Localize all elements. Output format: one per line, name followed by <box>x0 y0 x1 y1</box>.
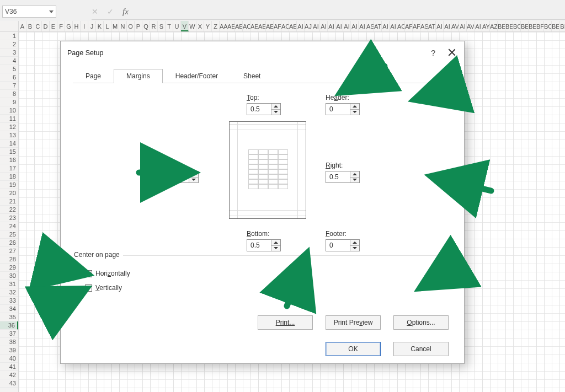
column-header[interactable]: AF <box>405 21 413 31</box>
row-header[interactable]: 3 <box>0 49 18 57</box>
column-header[interactable]: A <box>19 21 26 31</box>
row-header[interactable]: 16 <box>0 156 18 164</box>
row-header[interactable]: 7 <box>0 82 18 90</box>
select-all-corner[interactable] <box>0 21 19 31</box>
help-button[interactable]: ? <box>431 49 435 57</box>
column-header[interactable]: AI <box>436 21 444 31</box>
row-header[interactable]: 1 <box>0 32 18 40</box>
checkbox-icon[interactable] <box>85 270 92 277</box>
column-header[interactable]: G <box>65 21 73 31</box>
right-margin-value[interactable]: 0.5 <box>326 171 350 182</box>
spin-down-icon[interactable] <box>271 110 280 115</box>
row-header[interactable]: 42 <box>0 371 18 379</box>
column-header[interactable]: AI <box>359 21 366 31</box>
tab-headerfooter[interactable]: Header/Footer <box>163 69 231 83</box>
vertically-checkbox[interactable]: Vertically <box>85 284 122 292</box>
column-header[interactable]: P <box>135 21 142 31</box>
column-header[interactable]: K <box>96 21 104 31</box>
column-header[interactable]: AT <box>428 21 436 31</box>
column-header[interactable]: BF <box>536 21 544 31</box>
spin-down-icon[interactable] <box>350 110 359 115</box>
column-header[interactable]: AI <box>475 21 482 31</box>
column-header[interactable]: I <box>81 21 88 31</box>
column-header[interactable]: AC <box>397 21 405 31</box>
column-header[interactable]: F <box>57 21 65 31</box>
left-margin-input[interactable]: 0.5 <box>164 171 199 183</box>
row-header[interactable]: 13 <box>0 131 18 139</box>
cancel-button[interactable]: Cancel <box>393 342 449 356</box>
footer-margin-value[interactable]: 0 <box>326 240 350 251</box>
column-header[interactable]: AA <box>220 21 227 31</box>
column-header[interactable]: AI <box>320 21 328 31</box>
column-header[interactable]: AE <box>289 21 297 31</box>
column-header[interactable]: C <box>34 21 42 31</box>
bottom-margin-input[interactable]: 0.5 <box>247 239 281 251</box>
tab-margins[interactable]: Margins <box>114 69 163 83</box>
row-header[interactable]: 17 <box>0 164 18 173</box>
column-header[interactable]: V <box>181 21 189 31</box>
column-header[interactable]: AZ <box>490 21 498 31</box>
column-header[interactable]: AY <box>482 21 490 31</box>
row-header[interactable]: 14 <box>0 139 18 148</box>
name-box[interactable]: V36 <box>2 6 56 18</box>
column-header[interactable]: AI <box>335 21 343 31</box>
horizontally-checkbox[interactable]: Horizontally <box>85 270 130 277</box>
row-header[interactable]: 32 <box>0 288 18 297</box>
column-header[interactable]: AC <box>243 21 250 31</box>
column-header[interactable]: BC <box>513 21 521 31</box>
spin-down-icon[interactable] <box>271 246 280 251</box>
ok-button[interactable]: OK <box>326 342 381 356</box>
row-header[interactable]: 22 <box>0 206 18 214</box>
column-header[interactable]: AS <box>420 21 428 31</box>
row-header[interactable]: 20 <box>0 189 18 197</box>
chevron-down-icon[interactable] <box>49 10 54 13</box>
column-header[interactable]: AI <box>328 21 335 31</box>
column-header[interactable]: H <box>73 21 81 31</box>
confirm-icon[interactable]: ✓ <box>107 7 114 16</box>
column-header[interactable]: AF <box>413 21 420 31</box>
column-header[interactable]: E <box>50 21 57 31</box>
column-header[interactable]: AJ <box>305 21 312 31</box>
top-margin-value[interactable]: 0.5 <box>247 104 271 115</box>
spin-down-icon[interactable] <box>189 178 198 183</box>
spin-up-icon[interactable] <box>350 104 359 110</box>
column-header[interactable]: Y <box>204 21 212 31</box>
column-header[interactable]: AI <box>297 21 305 31</box>
fx-icon[interactable]: fx <box>122 7 129 17</box>
header-margin-value[interactable]: 0 <box>326 104 350 115</box>
bottom-margin-value[interactable]: 0.5 <box>247 240 271 251</box>
top-margin-input[interactable]: 0.5 <box>247 103 281 115</box>
row-header[interactable]: 36 <box>0 321 18 330</box>
column-header[interactable]: AV <box>451 21 459 31</box>
row-header[interactable]: 18 <box>0 173 18 181</box>
spin-down-icon[interactable] <box>350 246 359 251</box>
row-header[interactable]: 25 <box>0 230 18 239</box>
column-header[interactable]: AI <box>459 21 467 31</box>
column-header[interactable]: X <box>196 21 204 31</box>
column-header[interactable]: AE <box>235 21 243 31</box>
column-header[interactable]: BE <box>529 21 536 31</box>
row-header[interactable]: 40 <box>0 355 18 363</box>
footer-margin-input[interactable]: 0 <box>326 239 360 251</box>
column-header[interactable]: M <box>111 21 119 31</box>
row-header[interactable]: 33 <box>0 297 18 305</box>
column-header[interactable]: Q <box>142 21 150 31</box>
row-header[interactable]: 29 <box>0 264 18 272</box>
row-header[interactable]: 15 <box>0 148 18 156</box>
row-header[interactable]: 19 <box>0 181 18 189</box>
column-header[interactable]: BE <box>521 21 529 31</box>
spin-up-icon[interactable] <box>271 104 280 110</box>
column-headers[interactable]: ABCDEFGHIJKLMNOPQRSTUVWXYZAAAEAEACAEAEAE… <box>0 21 565 32</box>
row-header[interactable]: 41 <box>0 363 18 371</box>
column-header[interactable]: BE <box>505 21 513 31</box>
row-header[interactable]: 8 <box>0 90 18 98</box>
row-header[interactable]: 28 <box>0 255 18 264</box>
tab-sheet[interactable]: Sheet <box>231 69 273 83</box>
row-header[interactable]: 27 <box>0 247 18 255</box>
column-header[interactable]: BC <box>544 21 552 31</box>
column-header[interactable]: AI <box>351 21 359 31</box>
row-header[interactable]: 12 <box>0 123 18 131</box>
row-header[interactable]: 6 <box>0 73 18 82</box>
row-header[interactable]: 21 <box>0 197 18 206</box>
column-header[interactable]: AI <box>444 21 451 31</box>
